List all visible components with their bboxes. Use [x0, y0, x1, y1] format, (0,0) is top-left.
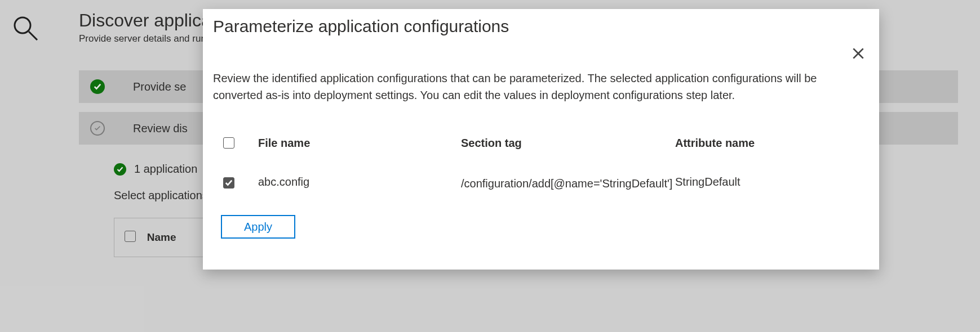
step-label: Review dis: [133, 122, 188, 135]
step-label: Provide se: [133, 80, 187, 93]
parameterize-configurations-modal: Parameterize application configurations …: [203, 9, 879, 270]
modal-title: Parameterize application configurations: [213, 17, 869, 36]
cell-file-name: abc.config: [258, 176, 461, 189]
configurations-table: File name Section tag Attribute name abc…: [213, 135, 869, 191]
check-circle-icon: [90, 121, 105, 136]
cell-section-tag: /configuration/add[@name='StringDefault'…: [461, 176, 675, 191]
col-attribute-name: Attribute name: [675, 137, 822, 150]
select-all-checkbox[interactable]: [125, 231, 136, 242]
close-button[interactable]: [849, 45, 868, 64]
svg-point-0: [15, 17, 30, 33]
check-icon: [114, 163, 126, 176]
cell-attribute-name: StringDefault: [675, 176, 822, 189]
svg-line-1: [29, 32, 37, 40]
application-count-label: 1 application: [134, 163, 197, 176]
col-file-name: File name: [258, 137, 461, 150]
modal-description: Review the identified application config…: [213, 70, 827, 104]
search-icon-column: [11, 14, 39, 44]
select-all-checkbox[interactable]: [223, 137, 234, 149]
col-section-tag: Section tag: [461, 135, 675, 151]
close-icon: [851, 46, 866, 63]
table-row: abc.config /configuration/add[@name='Str…: [223, 176, 869, 191]
apply-button[interactable]: Apply: [221, 215, 295, 239]
search-icon: [11, 34, 39, 44]
check-icon: [90, 79, 105, 94]
table-header: File name Section tag Attribute name: [223, 135, 869, 151]
row-checkbox[interactable]: [223, 177, 234, 189]
